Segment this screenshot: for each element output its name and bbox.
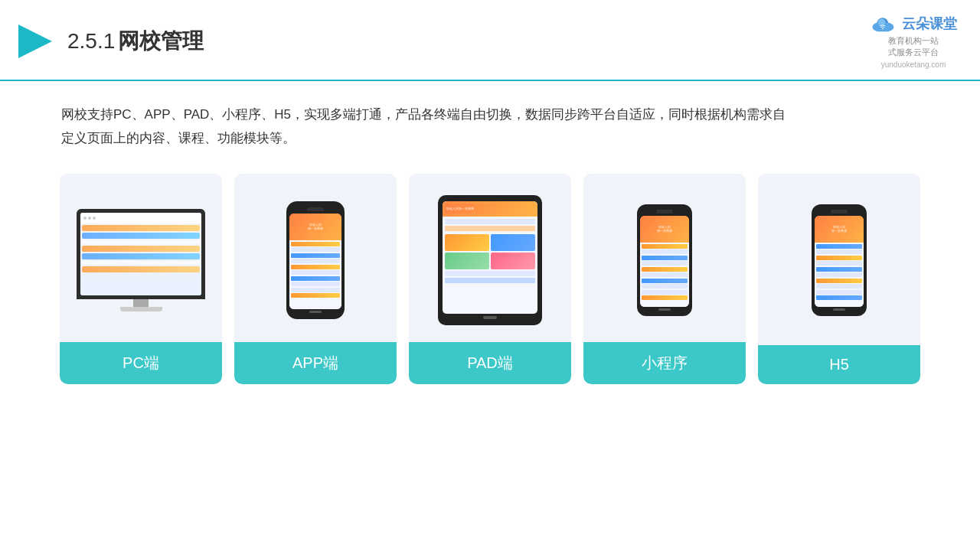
pad-tablet-mockup: 职途人的第一堂网课: [438, 195, 542, 325]
card-pad-label: PAD端: [409, 342, 571, 384]
card-h5-image: 职途人的第一堂网课: [758, 174, 920, 342]
cards-container: PC端 职途人的第一堂网课: [0, 166, 980, 384]
logo-brand-text: 云朵课堂: [902, 15, 957, 33]
logo-cloud: 云朵课堂: [870, 14, 957, 34]
card-app: 职途人的第一堂网课: [234, 174, 397, 384]
card-pc-label: PC端: [60, 342, 222, 384]
logo-url: yunduoketang.com: [881, 60, 946, 69]
page-header: 2.5.1网校管理 云朵课堂 教育机构一站式服务云平台 yundu: [0, 0, 980, 81]
card-app-image: 职途人的第一堂网课: [234, 174, 397, 342]
card-pc: PC端: [60, 174, 222, 384]
card-pc-image: [60, 174, 222, 342]
svg-point-8: [882, 28, 884, 30]
svg-marker-0: [18, 24, 52, 58]
svg-rect-6: [878, 27, 889, 31]
page-title: 2.5.1网校管理: [67, 27, 204, 56]
card-miniprogram-image: 职途人的第一堂网课: [583, 174, 746, 342]
app-phone-mockup: 职途人的第一堂网课: [286, 201, 345, 319]
description-text: 网校支持PC、APP、PAD、小程序、H5，实现多端打通，产品各终端自由切换，数…: [0, 81, 842, 166]
card-h5: 职途人的第一堂网课: [758, 174, 920, 384]
cloud-logo-icon: [870, 14, 897, 34]
pc-monitor-mockup: [77, 209, 205, 311]
logo-area: 云朵课堂 教育机构一站式服务云平台 yunduoketang.com: [870, 14, 957, 69]
card-miniprogram-label: 小程序: [583, 342, 746, 384]
card-app-label: APP端: [234, 342, 397, 384]
logo-tagline: 教育机构一站式服务云平台: [888, 35, 939, 59]
card-h5-label: H5: [758, 345, 920, 384]
h5-phone-mockup: 职途人的第一堂网课: [812, 204, 867, 316]
card-pad-image: 职途人的第一堂网课: [409, 174, 571, 342]
header-left: 2.5.1网校管理: [15, 21, 204, 61]
miniprogram-phone-mockup: 职途人的第一堂网课: [637, 204, 692, 316]
card-miniprogram: 职途人的第一堂网课: [583, 174, 746, 384]
play-icon: [15, 21, 55, 61]
card-pad: 职途人的第一堂网课: [409, 174, 571, 384]
